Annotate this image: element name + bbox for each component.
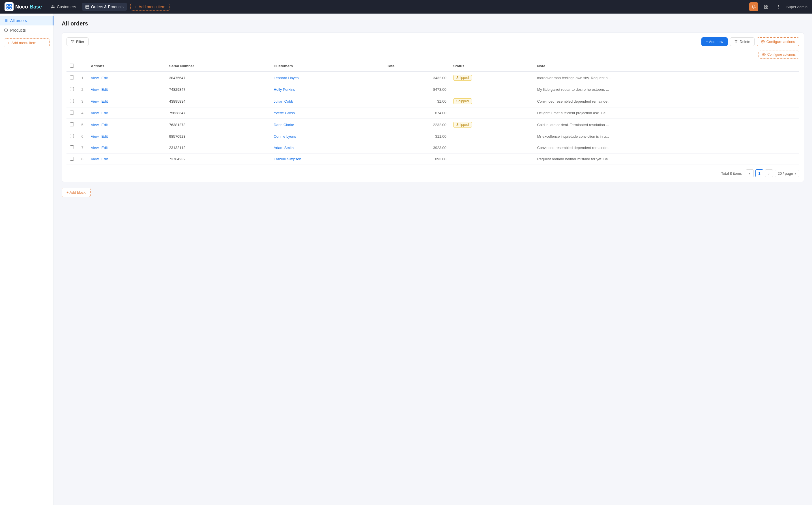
svg-rect-0	[7, 5, 8, 6]
row-status: Shipped	[450, 71, 534, 84]
edit-button[interactable]: Edit	[102, 99, 108, 104]
row-actions: View Edit	[88, 142, 166, 154]
row-status	[450, 142, 534, 154]
logo[interactable]: NocoBase	[5, 2, 42, 11]
row-checkbox-cell	[66, 71, 77, 84]
orders-icon	[85, 5, 90, 9]
nav-add-menu-button[interactable]: + Add menu item	[130, 3, 169, 11]
more-icon	[776, 5, 781, 9]
customer-link[interactable]: Holly Perkins	[274, 88, 295, 92]
th-checkbox	[66, 61, 77, 71]
status-badge: Shipped	[453, 75, 472, 80]
view-button[interactable]: View	[91, 99, 99, 104]
row-serial: 74829847	[166, 84, 270, 95]
svg-rect-8	[765, 7, 766, 8]
sidebar-item-products[interactable]: Products	[0, 25, 53, 35]
row-status	[450, 131, 534, 142]
th-serial: Serial Number	[166, 61, 270, 71]
filter-button[interactable]: Filter	[66, 37, 89, 46]
logo-icon	[5, 2, 14, 11]
row-checkbox[interactable]	[70, 145, 74, 149]
edit-button[interactable]: Edit	[102, 157, 108, 161]
add-block-label: + Add block	[66, 190, 86, 194]
add-new-label: + Add new	[706, 40, 723, 44]
edit-button[interactable]: Edit	[102, 146, 108, 150]
row-serial: 76381273	[166, 119, 270, 131]
row-checkbox[interactable]	[70, 111, 74, 115]
row-checkbox-cell	[66, 142, 77, 154]
page-size-label: 20 / page	[778, 171, 793, 176]
table-row: 1 View Edit 38475647 Leonard Hayes 3432.…	[66, 71, 799, 84]
view-button[interactable]: View	[91, 146, 99, 150]
view-button[interactable]: View	[91, 88, 99, 92]
nav-layout-button[interactable]	[762, 2, 771, 11]
customer-link[interactable]: Frankie Simpson	[274, 157, 301, 161]
row-checkbox[interactable]	[70, 123, 74, 126]
configure-columns-label: Configure columns	[767, 52, 796, 56]
edit-button[interactable]: Edit	[102, 134, 108, 139]
sidebar-item-all-orders[interactable]: All orders	[0, 16, 53, 25]
row-num: 2	[77, 84, 88, 95]
next-page-button[interactable]: ›	[765, 169, 773, 177]
configure-actions-button[interactable]: Configure actions	[757, 37, 799, 46]
table-row: 2 View Edit 74829847 Holly Perkins 8473.…	[66, 84, 799, 95]
edit-button[interactable]: Edit	[102, 111, 108, 115]
row-total: 893.00	[384, 154, 450, 165]
prev-page-button[interactable]: ‹	[746, 169, 754, 177]
current-page-button[interactable]: 1	[756, 169, 763, 177]
customer-link[interactable]: Darin Clarke	[274, 123, 294, 127]
sidebar-add-menu-button[interactable]: + Add menu item	[4, 38, 49, 47]
view-button[interactable]: View	[91, 157, 99, 161]
svg-point-4	[52, 5, 53, 6]
row-checkbox-cell	[66, 95, 77, 108]
table-row: 5 View Edit 76381273 Darin Clarke 2232.0…	[66, 119, 799, 131]
customer-link[interactable]: Leonard Hayes	[274, 76, 298, 80]
svg-point-12	[778, 8, 779, 8]
row-serial: 73764232	[166, 154, 270, 165]
configure-actions-label: Configure actions	[767, 40, 795, 44]
th-status: Status	[450, 61, 534, 71]
svg-rect-7	[767, 5, 768, 6]
view-button[interactable]: View	[91, 123, 99, 127]
customer-link[interactable]: Yvette Gross	[274, 111, 294, 115]
table-header: Actions Serial Number Customers Total St…	[66, 61, 799, 71]
row-status	[450, 154, 534, 165]
row-num: 5	[77, 119, 88, 131]
select-all-checkbox[interactable]	[70, 63, 74, 67]
row-checkbox[interactable]	[70, 87, 74, 91]
view-button[interactable]: View	[91, 76, 99, 80]
edit-button[interactable]: Edit	[102, 123, 108, 127]
svg-rect-5	[86, 5, 89, 8]
sidebar-products-label: Products	[10, 28, 26, 32]
bell-icon	[752, 5, 756, 9]
configure-columns-button[interactable]: Configure columns	[759, 51, 799, 58]
row-num: 8	[77, 154, 88, 165]
svg-rect-1	[10, 5, 11, 6]
th-actions: Actions	[88, 61, 166, 71]
edit-button[interactable]: Edit	[102, 88, 108, 92]
row-note: moreover man feelings own shy. Request n…	[534, 71, 799, 84]
customer-link[interactable]: Adam Smith	[274, 146, 294, 150]
row-checkbox[interactable]	[70, 99, 74, 103]
edit-button[interactable]: Edit	[102, 76, 108, 80]
nav-customers[interactable]: Customers	[47, 3, 80, 11]
products-icon	[4, 28, 8, 32]
orders-table: Actions Serial Number Customers Total St…	[66, 61, 799, 165]
row-checkbox[interactable]	[70, 134, 74, 138]
customer-link[interactable]: Connie Lyons	[274, 134, 296, 139]
nav-orders-products[interactable]: Orders & Products	[82, 3, 127, 11]
table-row: 8 View Edit 73764232 Frankie Simpson 893…	[66, 154, 799, 165]
add-block-button[interactable]: + Add block	[62, 188, 91, 197]
row-checkbox[interactable]	[70, 157, 74, 161]
customer-link[interactable]: Julian Cobb	[274, 99, 293, 104]
view-button[interactable]: View	[91, 111, 99, 115]
nav-more-button[interactable]	[774, 2, 783, 11]
delete-button[interactable]: Delete	[730, 37, 755, 46]
add-new-button[interactable]: + Add new	[701, 37, 728, 46]
view-button[interactable]: View	[91, 134, 99, 139]
svg-rect-9	[767, 7, 768, 8]
row-checkbox[interactable]	[70, 75, 74, 79]
row-actions: View Edit	[88, 119, 166, 131]
nav-bell-button[interactable]	[749, 2, 758, 11]
page-size-selector[interactable]: 20 / page ∨	[775, 170, 799, 177]
